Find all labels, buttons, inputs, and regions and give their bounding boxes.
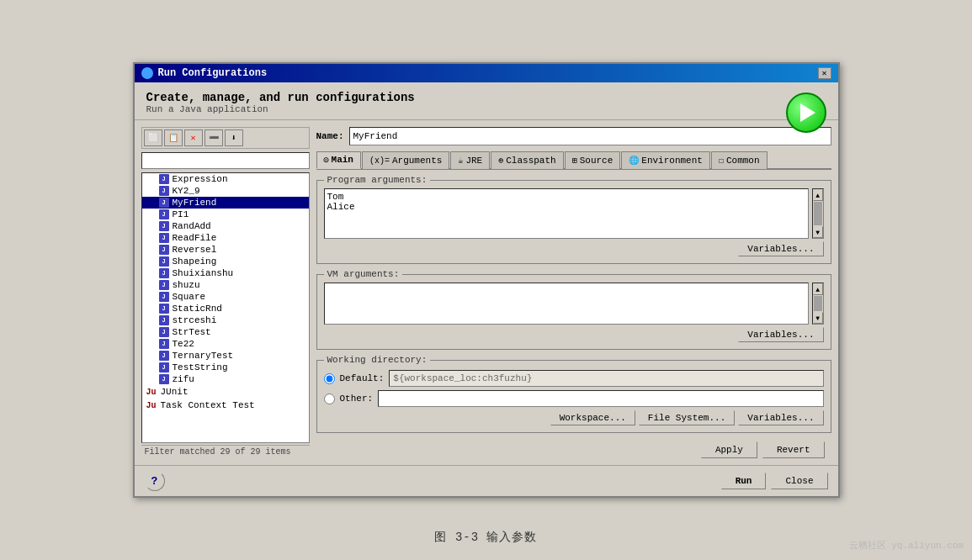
java-icon: J [159,198,169,208]
name-row: Name: [316,127,831,145]
tab-content: Program arguments: Tom Alice ▲ ▼ Variabl… [316,175,831,433]
tab-jre-label: JRE [465,156,482,166]
tree-item-label: RandAdd [173,221,211,231]
revert-button[interactable]: Revert [762,441,825,458]
title-bar: Run Configurations ✕ [135,64,838,82]
tree-item-shuixianshu[interactable]: J Shuixianshu [142,267,309,279]
tree-item-te22[interactable]: J Te22 [142,338,309,350]
apply-button[interactable]: Apply [701,441,757,458]
tab-arguments[interactable]: (x)= Arguments [362,151,449,169]
tab-main[interactable]: ◎ Main [316,151,361,169]
dir-variables-button[interactable]: Variables... [738,410,823,425]
tree-item-junit[interactable]: Ju JUnit [142,385,309,399]
tree-item-reversel[interactable]: J Reversel [142,244,309,256]
close-button[interactable]: Close [771,473,827,489]
scroll-thumb [814,202,822,225]
name-input[interactable] [349,127,831,145]
tree-item-readfile[interactable]: J ReadFile [142,232,309,244]
new-config-btn[interactable]: ⬜ [144,129,162,146]
config-tree[interactable]: J Expression J KY2_9 J MyFriend J PI1 [141,172,310,443]
apply-revert-row: Apply Revert [316,438,831,458]
tree-item-shapeing[interactable]: J Shapeing [142,256,309,267]
java-icon: J [159,174,169,184]
workspace-button[interactable]: Workspace... [550,410,635,425]
tree-item-shuzu[interactable]: J shuzu [142,279,309,291]
default-radio-row: Default: [324,370,824,387]
dialog-header: Create, manage, and run configurations R… [135,82,838,120]
collapse-btn[interactable]: ➖ [204,129,223,146]
default-radio[interactable] [324,373,335,384]
tab-common-label: Common [726,156,760,166]
prog-args-scrollbar[interactable]: ▲ ▼ [812,188,824,239]
help-button[interactable]: ? [145,471,165,491]
java-icon: J [159,209,169,219]
tree-item-task-context-test[interactable]: Ju Task Context Test [142,399,309,412]
tab-classpath[interactable]: ⊕ Classpath [491,151,563,169]
prog-args-textarea[interactable]: Tom Alice [324,188,809,239]
other-radio-row: Other: [324,390,824,407]
prog-variables-button[interactable]: Variables... [738,241,823,256]
tree-item-label: zifu [173,374,194,384]
group-icon: Ju [146,386,157,398]
left-panel: ⬜ 📋 ✕ ➖ ⬇ J Expression J KY2_9 [141,127,310,458]
tree-item-label: Shuixianshu [173,268,234,278]
search-input[interactable] [141,152,310,169]
tree-item-myfriend[interactable]: J MyFriend [142,197,309,209]
tree-item-label: JUnit [161,387,189,397]
other-path-input[interactable] [378,390,823,407]
run-button[interactable]: Run [721,473,767,489]
scroll-up-arrow[interactable]: ▲ [813,189,823,201]
prog-args-legend: Program arguments: [324,175,431,185]
tree-item-expression[interactable]: J Expression [142,173,309,185]
tab-jre[interactable]: ☕ JRE [450,151,490,169]
tree-item-label: Te22 [173,339,194,349]
scroll-thumb [814,296,822,311]
default-path-input[interactable] [389,370,823,387]
tree-item-strceshi[interactable]: J strceshi [142,314,309,326]
tree-item-ternarytest[interactable]: J TernaryTest [142,350,309,362]
scroll-down-arrow[interactable]: ▼ [813,226,823,238]
tab-main-label: Main [332,155,353,165]
scroll-up-arrow[interactable]: ▲ [813,283,823,295]
java-icon: J [159,245,169,255]
tree-item-label: TernaryTest [173,351,234,361]
source-tab-icon: ⊞ [572,156,577,166]
vm-arguments-fieldset: VM arguments: ▲ ▼ Variables... [316,269,831,350]
expand-btn[interactable]: ⬇ [225,129,243,146]
dialog-title: Run Configurations [158,67,268,79]
working-dir-legend: Working directory: [324,355,431,365]
tree-item-randadd[interactable]: J RandAdd [142,220,309,232]
tree-item-label: Task Context Test [161,400,255,410]
tree-item-teststring[interactable]: J TestString [142,362,309,373]
name-label: Name: [316,131,344,141]
vm-args-textarea[interactable] [324,283,809,325]
tree-item-pi1[interactable]: J PI1 [142,209,309,220]
other-radio[interactable] [324,394,335,404]
delete-btn[interactable]: ✕ [184,129,203,146]
tree-item-label: Shapeing [173,256,217,267]
default-radio-label[interactable]: Default: [340,373,385,383]
working-directory-fieldset: Working directory: Default: Other: [316,355,831,433]
tree-item-zifu[interactable]: J zifu [142,373,309,385]
tab-common[interactable]: ☐ Common [711,151,768,169]
right-panel: Name: ◎ Main (x)= Arguments ☕ JRE [316,127,831,458]
tab-environment-label: Environment [641,156,703,166]
scroll-down-arrow[interactable]: ▼ [813,312,823,324]
tab-source[interactable]: ⊞ Source [565,151,621,169]
filesystem-button[interactable]: File System... [639,410,735,425]
java-icon: J [159,374,169,384]
tree-item-strtest[interactable]: J StrTest [142,326,309,338]
tree-item-label: Expression [173,174,228,184]
java-icon: J [159,256,169,267]
tab-environment[interactable]: 🌐 Environment [621,151,710,169]
other-radio-label[interactable]: Other: [340,394,374,404]
duplicate-btn[interactable]: 📋 [164,129,183,146]
vm-args-scrollbar[interactable]: ▲ ▼ [812,283,824,325]
watermark: 云栖社区 yq.aliyun.com [849,539,964,552]
tree-item-square[interactable]: J Square [142,291,309,303]
footer-right: Run Close [721,473,828,489]
tree-item-ky2-9[interactable]: J KY2_9 [142,185,309,197]
close-button[interactable]: ✕ [818,67,831,79]
vm-variables-button[interactable]: Variables... [738,327,823,342]
tree-item-staticrnd[interactable]: J StaticRnd [142,303,309,314]
